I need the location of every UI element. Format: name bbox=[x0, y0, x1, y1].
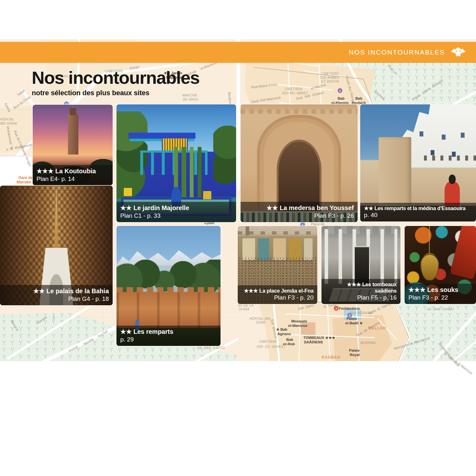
map-label: Royal bbox=[350, 353, 360, 357]
site-name: Les tombeaux saâdiens bbox=[362, 281, 397, 294]
photo-art-shape bbox=[124, 188, 132, 196]
site-plan-ref: Plan F5 - p. 16 bbox=[325, 294, 397, 301]
site-name: La place Jemâa el-Fna bbox=[259, 288, 314, 294]
map-label: Menara bbox=[10, 320, 19, 332]
map-label: DE BAB DJEDID bbox=[197, 347, 225, 350]
photo-art-shape bbox=[424, 155, 476, 161]
map-label: Ferblantiers bbox=[339, 307, 360, 310]
map-label: Remparts de Marrakech bbox=[393, 336, 430, 351]
map-label: ★ Bab bbox=[276, 327, 287, 331]
map-label: 2 bbox=[53, 316, 55, 320]
photo-caption: ★★★ Les souks Plan F3 - p. 22 bbox=[405, 284, 476, 304]
map-label: el-Mechra bbox=[311, 83, 327, 91]
map-label: SIDI BEL ABBÈS bbox=[282, 92, 308, 95]
map-label: Moulay bbox=[83, 337, 94, 346]
map-label: CIMETIÈRE bbox=[321, 72, 339, 76]
map-label: Rachid bbox=[97, 329, 109, 338]
site-plan-ref: Plan F3 - p. 22 bbox=[408, 294, 472, 301]
photo-caption: ★★ La medersa ben Youssef Plan F3 - p. 2… bbox=[241, 202, 358, 222]
photo-caption: ★★ Le jardin Majorelle Plan C1 - p. 33 bbox=[116, 202, 236, 222]
map-label: R. Yacoub El Mansour bbox=[443, 352, 473, 375]
map-label: Rue Lm bbox=[387, 64, 398, 76]
site-plan-ref: Plan G4 - p. 18 bbox=[4, 295, 109, 302]
site-plan-ref: Plan F3 - p. 20 bbox=[241, 294, 314, 301]
map-label: Hassan bbox=[36, 315, 48, 325]
photo-art-shape bbox=[238, 231, 317, 235]
site-name: Les souks bbox=[427, 286, 458, 293]
map-label: Bab bbox=[338, 96, 345, 100]
photo-art-shape bbox=[379, 137, 411, 206]
star-rating: ★★ bbox=[120, 328, 132, 335]
site-name: Le palais de la Bahia bbox=[46, 288, 109, 294]
photo-caption: ★★★ Les tombeaux saâdiens Plan F5 - p. 1… bbox=[321, 279, 400, 304]
photo-art-shape bbox=[429, 226, 430, 255]
site-name: La medersa ben Youssef bbox=[280, 204, 354, 211]
map-label: KASBAH bbox=[322, 355, 340, 360]
map-label: SIDI AHMED bbox=[320, 76, 340, 80]
map-marker: 2 bbox=[338, 88, 342, 93]
photo-art-shape bbox=[420, 254, 439, 281]
map-label: Place de bbox=[311, 222, 325, 226]
map-label: Agnaou bbox=[277, 332, 291, 336]
photo-caption: ★★★ La place Jemâa el-Fna Plan F3 - p. 2… bbox=[238, 285, 317, 304]
star-rating: ★★ bbox=[267, 204, 278, 211]
site-name: Les remparts bbox=[133, 328, 173, 335]
site-plan-ref: Plan F3 - p. 26 bbox=[244, 212, 354, 219]
photo-art-shape bbox=[450, 226, 476, 280]
card-les-souks: ★★★ Les souks Plan F3 - p. 22 bbox=[405, 226, 476, 304]
map-label: DE BAB GHMAT bbox=[427, 308, 454, 311]
guide-page: IBN TOFAILCIMETIÈRE★★ JardinMajorelleMAR… bbox=[0, 0, 476, 476]
star-rating: ★★ bbox=[120, 204, 132, 211]
photo-caption: ★★ Les remparts et la médina d’Essaouira… bbox=[360, 203, 476, 221]
site-name: Le jardin Majorelle bbox=[133, 204, 189, 211]
card-jardin-majorelle: ★★ Le jardin Majorelle Plan C1 - p. 33 bbox=[116, 104, 236, 222]
page-title: Nos incontournables bbox=[32, 69, 199, 87]
map-label: Kechich bbox=[374, 90, 386, 101]
card-la-koutoubia: ★★★ La Koutoubia Plan E4- p. 14 bbox=[33, 105, 113, 185]
photo-art-shape bbox=[241, 109, 358, 114]
map-label: CIMETIÈRE bbox=[259, 340, 277, 344]
site-name: La Koutoubia bbox=[55, 168, 96, 175]
map-label: NS DE LA bbox=[238, 304, 254, 307]
map-label: Derb el Harrat bbox=[368, 302, 391, 315]
map-marker: 3 bbox=[334, 306, 339, 311]
map-label: TOMBEAUX ★★★ bbox=[303, 336, 335, 340]
photo-caption: ★★ Le palais de la Bahia Plan G4 - p. 18 bbox=[0, 285, 113, 305]
photo-art-shape bbox=[449, 175, 456, 184]
photo-caption: ★★ Les remparts p. 29 bbox=[116, 326, 221, 346]
card-place-jemaa-el-fna: ★★★ La place Jemâa el-Fna Plan F3 - p. 2… bbox=[238, 226, 317, 304]
site-plan-ref: Plan C1 - p. 33 bbox=[120, 212, 232, 219]
map-label: SAÂDIENS bbox=[304, 340, 323, 344]
map-label: HÔPITAL IBN bbox=[249, 317, 270, 321]
map-label: Derb Sidi Massoud bbox=[251, 96, 281, 104]
map-label: Rue Kbour Chou bbox=[251, 83, 277, 89]
photo-art-shape bbox=[116, 292, 221, 329]
map-label: el-Mansour bbox=[288, 324, 307, 327]
card-remparts-essaouira: ★★ Les remparts et la médina d’Essaouira… bbox=[360, 104, 476, 221]
map-label: Palais bbox=[349, 348, 360, 352]
photo-art-shape bbox=[242, 238, 313, 260]
star-rating: ★★★ bbox=[244, 288, 258, 294]
photo-caption: ★★★ La Koutoubia Plan E4- p. 14 bbox=[33, 165, 113, 185]
star-rating: ★★★ bbox=[408, 286, 426, 293]
card-les-remparts: ★★ Les remparts p. 29 bbox=[116, 226, 221, 346]
site-plan-ref: p. 40 bbox=[364, 211, 472, 219]
card-tombeaux-saadiens: ★★★ Les tombeaux saâdiens Plan F5 - p. 1… bbox=[321, 226, 400, 304]
photo-art-shape bbox=[461, 133, 465, 138]
chapter-header-bar: NOS INCONTOURNABLES bbox=[0, 42, 476, 63]
map-label: Prince bbox=[68, 345, 79, 353]
page-title-block: Nos incontournables notre sélection des … bbox=[32, 69, 199, 97]
page-subtitle: notre sélection des plus beaux sites bbox=[32, 89, 199, 97]
map-label: SIDI ES SOHEILI bbox=[256, 345, 285, 349]
card-medersa-ben-youssef: ★★ La medersa ben Youssef Plan F3 - p. 2… bbox=[241, 104, 358, 222]
map-label: el-Badii ★ bbox=[345, 321, 363, 325]
photo-art-shape bbox=[213, 126, 236, 192]
site-name: Les remparts et la médina d’Essaouira bbox=[374, 205, 466, 211]
map-label: OUNIA bbox=[239, 308, 249, 311]
photo-art-shape bbox=[116, 287, 221, 293]
map-label: Gare de bbox=[18, 176, 33, 180]
photo-art-shape bbox=[246, 227, 249, 235]
chapter-title: NOS INCONTOURNABLES bbox=[349, 49, 445, 56]
map-label: Rue du Draa bbox=[13, 95, 31, 110]
map-label: Route Jname Belkabir bbox=[412, 79, 444, 102]
